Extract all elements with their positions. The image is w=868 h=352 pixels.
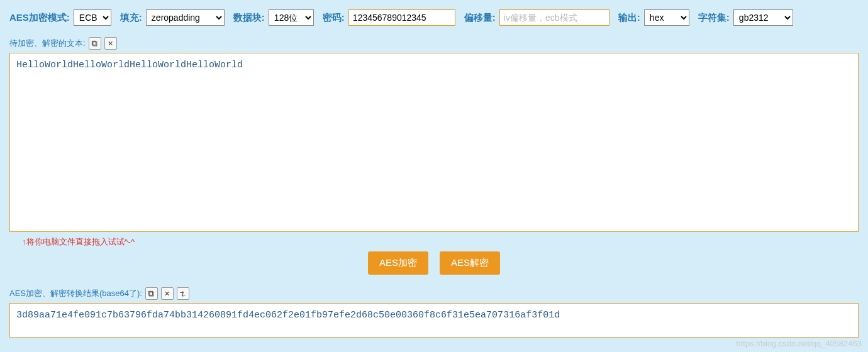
copy-icon[interactable] bbox=[145, 287, 158, 300]
iv-input[interactable] bbox=[499, 9, 609, 26]
output-textarea[interactable] bbox=[9, 303, 859, 338]
mode-label: AES加密模式: bbox=[9, 12, 70, 24]
copy-icon[interactable] bbox=[89, 37, 101, 50]
encrypt-button[interactable]: AES加密 bbox=[368, 251, 428, 275]
watermark-text: https://blog.csdn.net/qq_40582463 bbox=[737, 339, 862, 348]
close-icon[interactable]: ✕ bbox=[104, 37, 117, 50]
input-section-header: 待加密、解密的文本: ✕ bbox=[9, 37, 859, 50]
password-input[interactable] bbox=[348, 9, 455, 26]
charset-label: 字符集: bbox=[698, 12, 730, 24]
input-section-label: 待加密、解密的文本: bbox=[9, 38, 86, 49]
password-label: 密码: bbox=[323, 12, 345, 24]
swap-icon[interactable] bbox=[177, 287, 189, 300]
close-icon[interactable]: ✕ bbox=[161, 287, 174, 300]
output-section-header: AES加密、解密转换结果(base64了): ✕ bbox=[9, 287, 859, 300]
charset-select[interactable]: gb2312 bbox=[733, 9, 793, 26]
drag-hint: ↑将你电脑文件直接拖入试试^-^ bbox=[22, 236, 859, 248]
input-textarea[interactable] bbox=[9, 53, 859, 232]
parameter-toolbar: AES加密模式: ECB 填充: zeropadding 数据块: 128位 密… bbox=[9, 9, 859, 26]
action-buttons: AES加密 AES解密 bbox=[9, 251, 859, 275]
iv-label: 偏移量: bbox=[464, 12, 496, 24]
block-select[interactable]: 128位 bbox=[269, 9, 314, 26]
mode-select[interactable]: ECB bbox=[74, 9, 111, 26]
output-label: 输出: bbox=[618, 12, 640, 24]
output-section-label: AES加密、解密转换结果(base64了): bbox=[9, 288, 142, 299]
decrypt-button[interactable]: AES解密 bbox=[440, 251, 500, 275]
padding-label: 填充: bbox=[120, 12, 142, 24]
padding-select[interactable]: zeropadding bbox=[146, 9, 225, 26]
output-select[interactable]: hex bbox=[644, 9, 689, 26]
block-label: 数据块: bbox=[233, 12, 265, 24]
